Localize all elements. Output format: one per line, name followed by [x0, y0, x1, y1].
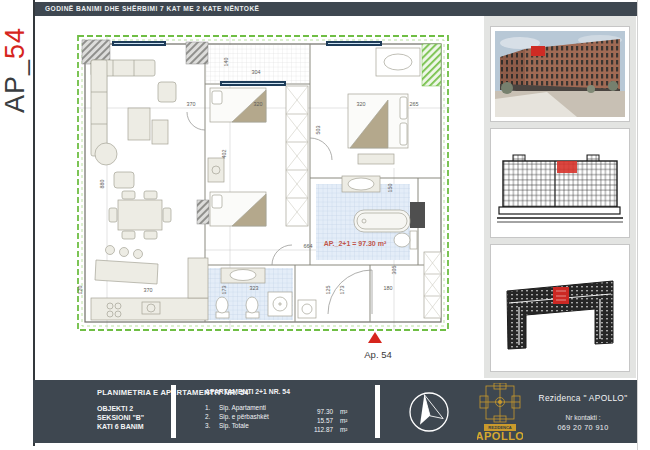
sheet-code-prefix: AP_: [0, 59, 30, 113]
row-value: 97.30: [299, 408, 333, 415]
dimension-label: 120: [77, 286, 83, 295]
sheet-edge-line: [637, 0, 638, 450]
contact-label: Nr kontakti :: [521, 414, 645, 421]
sheet-code: AP_54: [0, 15, 30, 125]
section-line: SEKSIONI "B": [97, 414, 144, 421]
area-table-row: 3.Sip. Totale: [205, 422, 314, 429]
dimension-label: 370: [144, 287, 153, 293]
area-table-title: APARTAMENTI 2+1 NR. 54: [205, 388, 290, 395]
unit-marker-triangle-icon: [368, 332, 382, 343]
balcony-hatch: [206, 45, 309, 83]
building-render-image: [495, 31, 625, 117]
row-number: 1.: [205, 404, 219, 411]
row-number: 2.: [205, 413, 219, 420]
sheet-code-number: 54: [0, 27, 30, 59]
elevation-drawing: [495, 133, 625, 233]
dimension-label: 305: [391, 266, 397, 275]
apartment-area-label: AP._2+1 = 97.30 m²: [324, 240, 387, 247]
dimension-label: 173: [221, 286, 227, 295]
key-plan-drawing: [495, 249, 625, 367]
title-block: PLANIMETRIA E APARTAMENTIT NR. 54 OBJEKT…: [33, 380, 637, 443]
row-value: 15.57: [299, 417, 333, 424]
dimension-label: 265: [410, 101, 419, 107]
dimension-label: 320: [254, 101, 263, 107]
floor-line: KATI 6 BANIM: [97, 423, 144, 430]
svg-text:APOLLO: APOLLO: [477, 430, 523, 441]
dimension-label: 503: [315, 126, 321, 135]
dimension-label: 304: [252, 69, 261, 75]
elevation-drawing-panel: [490, 128, 630, 238]
dimension-label: 180: [384, 285, 393, 291]
area-table-row: 2.Sip. e përbashkët: [205, 413, 314, 420]
dimension-label: 880: [99, 180, 105, 189]
side-column: [484, 16, 636, 378]
row-value: 112.87: [299, 426, 333, 433]
divider: [375, 385, 380, 438]
dimension-label: 323: [250, 285, 259, 291]
apollo-logo-icon: REZIDENCA APOLLO: [477, 383, 523, 441]
unit-marker-label: Ap. 54: [364, 349, 391, 360]
building-render-panel: [490, 26, 630, 122]
row-unit: m²: [340, 426, 347, 433]
dimension-label: 140: [223, 58, 229, 67]
area-table-row: 1.Sip. Apartamenti: [205, 404, 314, 411]
dimension-label: 664: [304, 243, 313, 249]
dimension-label: 320: [357, 101, 366, 107]
floor-plan: AP._2+1 = 97.30 m² Ap. 54 37032032026530…: [58, 18, 460, 370]
row-unit: m²: [340, 408, 347, 415]
north-compass-icon: [407, 390, 451, 434]
key-plan-panel: [490, 244, 630, 372]
dimension-label: 173: [339, 286, 345, 295]
object-line: OBJEKTI 2: [97, 405, 133, 412]
dimension-label: 402: [221, 150, 227, 159]
header-title: GODINË BANIMI DHE SHËRBIMI 7 KAT ME 2 KA…: [35, 2, 637, 16]
contact-phone: 069 20 70 910: [521, 423, 645, 432]
row-number: 3.: [205, 422, 219, 429]
dimension-label: 125: [325, 286, 331, 295]
row-unit: m²: [340, 417, 347, 424]
dimension-label: 150: [387, 184, 393, 193]
divider: [171, 385, 176, 438]
dimension-label: 370: [187, 101, 196, 107]
residence-name: Rezidenca " APOLLO": [521, 393, 645, 403]
